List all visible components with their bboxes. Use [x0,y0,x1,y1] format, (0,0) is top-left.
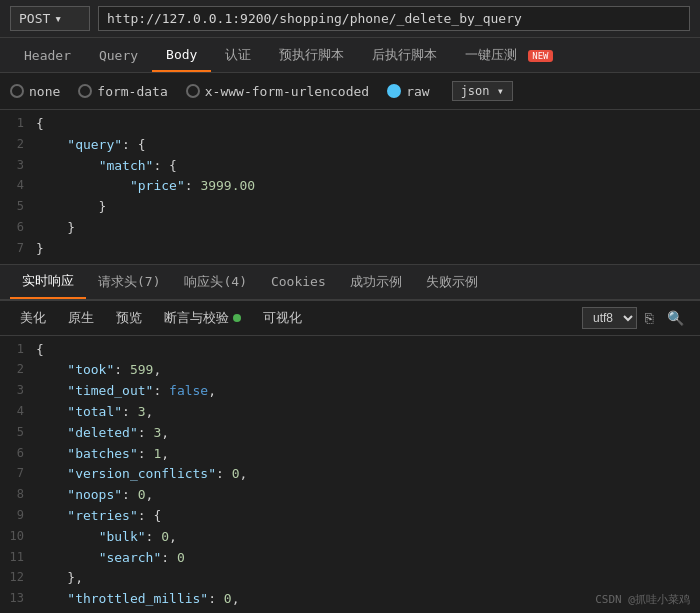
response-toolbar: 美化 原生 预览 断言与校验 可视化 utf8 gbk ⎘ 🔍 [0,301,700,336]
json-format-dropdown[interactable]: json ▾ [452,81,513,101]
search-icon[interactable]: 🔍 [661,307,690,329]
resp-tab-respheaders[interactable]: 响应头(4) [172,266,258,298]
req-line-4: 4 "price": 3999.00 [0,176,700,197]
response-tabs: 实时响应 请求头(7) 响应头(4) Cookies 成功示例 失败示例 [0,265,700,301]
request-body-editor: 1 { 2 "query": { 3 "match": { 4 "price":… [0,110,700,265]
req-line-6: 6 } [0,218,700,239]
radio-urlencoded[interactable]: x-www-form-urlencoded [186,84,369,99]
resp-line-6: 6 "batches": 1, [0,444,700,465]
tab-bar: Header Query Body 认证 预执行脚本 后执行脚本 一键压测 NE… [0,38,700,73]
raw-btn[interactable]: 原生 [58,306,104,330]
encoding-select[interactable]: utf8 gbk [582,307,637,329]
tab-header[interactable]: Header [10,40,85,71]
copy-icon[interactable]: ⎘ [639,307,659,329]
resp-line-3: 3 "timed_out": false, [0,381,700,402]
url-input[interactable] [98,6,690,31]
radio-none[interactable]: none [10,84,60,99]
resp-tab-reqheaders[interactable]: 请求头(7) [86,266,172,298]
resp-tab-fail[interactable]: 失败示例 [414,266,490,298]
new-badge: NEW [528,50,552,62]
resp-line-8: 8 "noops": 0, [0,485,700,506]
watermark: CSDN @抓哇小菜鸡 [595,592,690,607]
radio-bar: none form-data x-www-form-urlencoded raw… [0,73,700,110]
radio-form-data-circle [78,84,92,98]
visual-btn[interactable]: 可视化 [253,306,312,330]
radio-form-data[interactable]: form-data [78,84,167,99]
resp-line-2: 2 "took": 599, [0,360,700,381]
beautify-btn[interactable]: 美化 [10,306,56,330]
radio-raw[interactable]: raw [387,84,429,99]
tab-stress[interactable]: 一键压测 NEW [451,38,566,72]
resp-line-9: 9 "retries": { [0,506,700,527]
req-line-3: 3 "match": { [0,156,700,177]
req-line-1: 1 { [0,114,700,135]
radio-urlencoded-label: x-www-form-urlencoded [205,84,369,99]
dropdown-arrow-icon: ▾ [54,11,62,26]
radio-raw-circle [387,84,401,98]
method-label: POST [19,11,50,26]
preview-btn[interactable]: 预览 [106,306,152,330]
assert-btn[interactable]: 断言与校验 [154,306,251,330]
resp-line-11: 11 "search": 0 [0,548,700,569]
tab-auth[interactable]: 认证 [211,38,265,72]
radio-none-circle [10,84,24,98]
response-body-editor: 1 { 2 "took": 599, 3 "timed_out": false,… [0,336,700,613]
resp-line-12: 12 }, [0,568,700,589]
resp-line-4: 4 "total": 3, [0,402,700,423]
response-tab-row: 实时响应 请求头(7) 响应头(4) Cookies 成功示例 失败示例 [0,265,700,300]
method-select[interactable]: POST ▾ [10,6,90,31]
req-line-7: 7 } [0,239,700,260]
resp-tab-cookies[interactable]: Cookies [259,267,338,296]
resp-line-10: 10 "bulk": 0, [0,527,700,548]
resp-line-5: 5 "deleted": 3, [0,423,700,444]
radio-raw-label: raw [406,84,429,99]
req-line-5: 5 } [0,197,700,218]
req-line-2: 2 "query": { [0,135,700,156]
resp-line-1: 1 { [0,340,700,361]
resp-tab-success[interactable]: 成功示例 [338,266,414,298]
status-dot [233,314,241,322]
resp-tab-realtime[interactable]: 实时响应 [10,265,86,299]
tab-body[interactable]: Body [152,39,211,72]
resp-line-7: 7 "version_conflicts": 0, [0,464,700,485]
radio-none-label: none [29,84,60,99]
tab-post-script[interactable]: 后执行脚本 [358,38,451,72]
url-bar: POST ▾ [0,0,700,38]
tab-pre-script[interactable]: 预执行脚本 [265,38,358,72]
tab-query[interactable]: Query [85,40,152,71]
radio-form-data-label: form-data [97,84,167,99]
radio-urlencoded-circle [186,84,200,98]
